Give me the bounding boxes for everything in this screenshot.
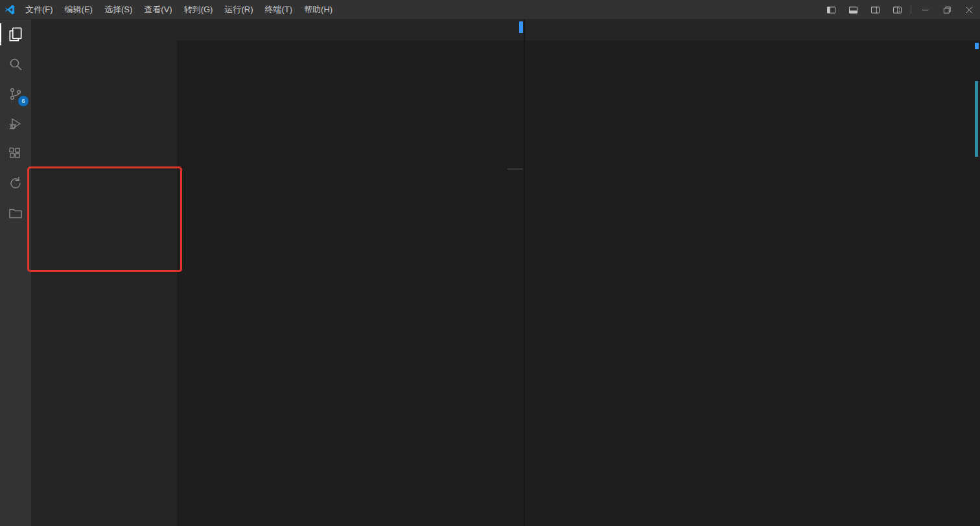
close-icon[interactable] (958, 0, 980, 19)
activity-search-icon[interactable] (0, 49, 31, 79)
menu-item-2[interactable]: 选择(S) (99, 0, 138, 19)
activity-sync-icon[interactable] (0, 168, 31, 198)
layout-sidebar-icon[interactable] (820, 0, 842, 19)
menu-item-0[interactable]: 文件(F) (19, 0, 59, 19)
badge: 6 (18, 96, 29, 106)
files-icon (7, 26, 24, 43)
activity-remote-folder-icon[interactable] (0, 198, 31, 228)
window-controls-separator (911, 5, 911, 14)
minimize-icon[interactable] (914, 0, 936, 19)
editor-right[interactable] (525, 41, 980, 526)
editor-group-left (177, 19, 524, 526)
explorer-header (31, 19, 177, 41)
menu-item-5[interactable]: 运行(R) (218, 0, 259, 19)
run-debug-icon (8, 116, 23, 132)
activity-bar: 6 (0, 19, 31, 526)
activity-extensions-icon[interactable] (0, 139, 31, 168)
tab-bar-right (525, 19, 980, 41)
menu-item-7[interactable]: 帮助(H) (298, 0, 338, 19)
extensions-icon (8, 146, 23, 161)
layout-sidebar-right-icon[interactable] (864, 0, 886, 19)
menu-item-4[interactable]: 转到(G) (178, 0, 219, 19)
sync-icon (8, 176, 23, 191)
window-controls (820, 0, 980, 19)
activity-files-icon[interactable] (0, 19, 31, 49)
workbench: 6 (0, 19, 980, 526)
restore-icon[interactable] (936, 0, 958, 19)
remote-folder-icon (8, 205, 23, 221)
activity-run-debug-icon[interactable] (0, 109, 31, 139)
tab-bar-left (177, 19, 524, 41)
layout-customize-icon[interactable] (886, 0, 908, 19)
search-icon (8, 56, 23, 72)
vscode-window: 文件(F)编辑(E)选择(S)查看(V)转到(G)运行(R)终端(T)帮助(H)… (0, 0, 980, 526)
explorer-sidebar (31, 19, 177, 526)
editor-group-right (525, 19, 980, 526)
scrollbar-slider[interactable] (508, 168, 523, 170)
menu-bar: 文件(F)编辑(E)选择(S)查看(V)转到(G)运行(R)终端(T)帮助(H) (19, 0, 338, 19)
activity-source-control-icon[interactable]: 6 (0, 79, 31, 109)
menu-item-1[interactable]: 编辑(E) (59, 0, 99, 19)
title-bar: 文件(F)编辑(E)选择(S)查看(V)转到(G)运行(R)终端(T)帮助(H) (0, 0, 980, 19)
menu-item-6[interactable]: 终端(T) (259, 0, 298, 19)
menu-item-3[interactable]: 查看(V) (138, 0, 178, 19)
editor-left[interactable] (177, 41, 524, 526)
layout-panel-icon[interactable] (842, 0, 864, 19)
vscode-logo-icon (0, 4, 19, 16)
